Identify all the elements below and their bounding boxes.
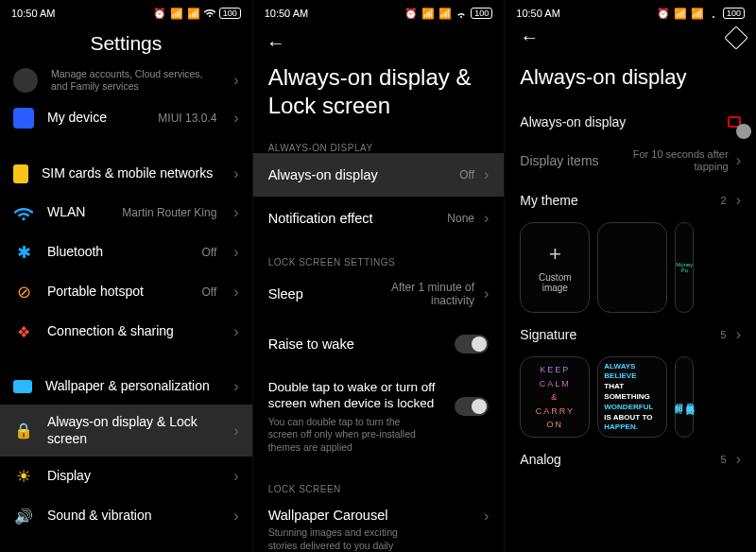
row-bluetooth[interactable]: ✱ Bluetooth Off › [0,233,252,272]
row-hotspot[interactable]: ⊘ Portable hotspot Off › [0,272,252,312]
row-label: WLAN [47,204,109,221]
row-sound[interactable]: 🔊 Sound & vibration › [0,496,252,536]
card-text: ALWAYS BELIEVE THAT SOMETHING WONDERFUL … [604,362,661,434]
card-theme[interactable] [597,222,667,313]
chevron-right-icon: › [233,508,238,525]
row-label: Bluetooth [47,244,189,261]
chevron-right-icon: › [233,244,238,261]
row-count: 2 [721,195,727,207]
card-signature-believe[interactable]: ALWAYS BELIEVE THAT SOMETHING WONDERFUL … [597,356,667,438]
page-title: Always-on display [505,56,756,105]
chevron-right-icon: › [233,204,238,221]
row-value: After 1 minute of inactivity [370,281,474,308]
row-label: Signature [520,327,576,342]
row-wlan[interactable]: WLAN Martin Router King › [0,193,252,233]
battery-icon: 100 [723,8,745,19]
account-row[interactable]: Manage accounts, Cloud services, and Fam… [0,68,252,98]
row-sim[interactable]: SIM cards & mobile networks › [0,155,252,193]
row-label: Display items [520,153,598,168]
hotspot-icon: ⊘ [13,282,34,302]
chevron-right-icon: › [484,166,489,183]
highlight-box [728,116,741,128]
card-signature-keep[interactable]: KEEP CALM & CARRY ON [520,356,590,438]
chevron-right-icon: › [484,210,489,227]
row-value: For 10 seconds after tapping [615,148,729,173]
row-notification-effect[interactable]: Notification effect None › [253,197,505,240]
card-label: Custom image [526,272,583,293]
battery-icon: 100 [219,8,241,19]
group-header: LOCK SCREEN [253,476,505,494]
card-theme[interactable]: Money Po [675,222,694,313]
aod-pane: 10:50 AM ⏰ 📶 📶 100 ← Always-on display A… [504,0,756,552]
battery-icon: 100 [471,8,492,19]
status-time: 10:50 AM [11,8,55,19]
row-sleep[interactable]: Sleep After 1 minute of inactivity › [253,267,505,321]
back-button[interactable]: ← [253,26,505,54]
settings-pane: 10:50 AM ⏰ 📶 📶 100 Settings Manage accou… [0,0,252,552]
row-label: Display [47,468,216,485]
status-bar: 10:50 AM ⏰ 📶 📶 100 [253,0,505,26]
row-value: Off [202,246,217,259]
signal-icon: 📶 [691,8,704,20]
row-aod[interactable]: Always-on display Off › [253,153,505,197]
status-time: 10:50 AM [265,8,308,19]
group-header: ALWAYS-ON DISPLAY [253,135,505,153]
signature-cards: KEEP CALM & CARRY ON ALWAYS BELIEVE THAT… [505,353,756,441]
share-icon: ❖ [13,321,34,342]
row-display[interactable]: ☀ Display › [0,457,252,496]
row-label: Wallpaper & personalization [45,378,216,395]
row-label: Notification effect [268,211,373,226]
row-label: Raise to wake [268,336,354,352]
row-label: Analog [520,452,561,467]
row-desc: Stunning images and exciting stories del… [268,526,429,552]
toggle-raise[interactable] [455,335,489,354]
wifi-icon [455,8,467,19]
row-signature[interactable]: Signature 5 › [505,317,756,353]
row-my-device[interactable]: My device MIUI 13.0.4 › [0,98,252,138]
status-icons: ⏰ 📶 📶 100 [153,7,241,20]
status-icons: ⏰ 📶 📶 100 [404,8,492,20]
brightness-icon: ☀ [13,466,34,487]
group-header: LOCK SCREEN SETTINGS [253,250,505,267]
row-label: Always-on display [268,167,378,182]
alarm-icon: ⏰ [657,8,670,20]
lock-icon: 🔒 [13,421,34,441]
row-value: Off [459,168,474,181]
toggle-doubletap[interactable] [455,397,489,416]
row-label: Connection & sharing [47,323,216,340]
status-bar: 10:50 AM ⏰ 📶 📶 100 [505,0,756,26]
chevron-right-icon: › [233,110,238,127]
row-my-theme[interactable]: My theme 2 › [505,182,756,218]
row-label: My device [47,110,145,127]
eraser-icon[interactable] [724,26,747,49]
row-label: Always-on display [520,114,626,129]
row-raise-to-wake[interactable]: Raise to wake [253,321,505,367]
page-title: Settings [0,26,252,68]
card-custom-image[interactable]: + Custom image [520,222,590,313]
status-time: 10:50 AM [516,8,559,19]
signal-icon: 📶 [438,8,452,20]
row-analog[interactable]: Analog 5 › [505,441,756,477]
back-button[interactable]: ← [520,26,539,48]
row-aod-lock[interactable]: 🔒 Always-on display & Lock screen › [0,405,252,457]
card-text: KEEP CALM & CARRY ON [536,363,575,431]
avatar-icon [13,68,38,93]
row-connection[interactable]: ❖ Connection & sharing › [0,312,252,352]
chevron-right-icon: › [484,508,489,525]
wallpaper-icon [13,380,32,393]
row-double-tap[interactable]: Double tap to wake or turn off screen wh… [253,367,505,468]
chevron-right-icon: › [233,468,238,485]
signal-icon: 📶 [421,8,435,20]
device-icon [13,108,34,129]
chevron-right-icon: › [736,326,741,343]
alarm-icon: ⏰ [404,8,418,20]
row-label: Wallpaper Carousel [268,508,429,523]
card-signature-cjk[interactable]: 發生 美好的事情 相信 即將 [675,356,694,438]
row-value: None [447,212,474,225]
row-display-items[interactable]: Display items For 10 seconds after tappi… [505,139,756,182]
row-wallpaper[interactable]: Wallpaper & personalization › [0,369,252,405]
row-wallpaper-carousel[interactable]: Wallpaper Carousel Stunning images and e… [253,494,505,552]
signal-icon: 📶 [187,8,200,20]
row-desc: You can double tap to turn the screen of… [268,416,429,455]
row-label: Always-on display & Lock screen [47,414,216,447]
